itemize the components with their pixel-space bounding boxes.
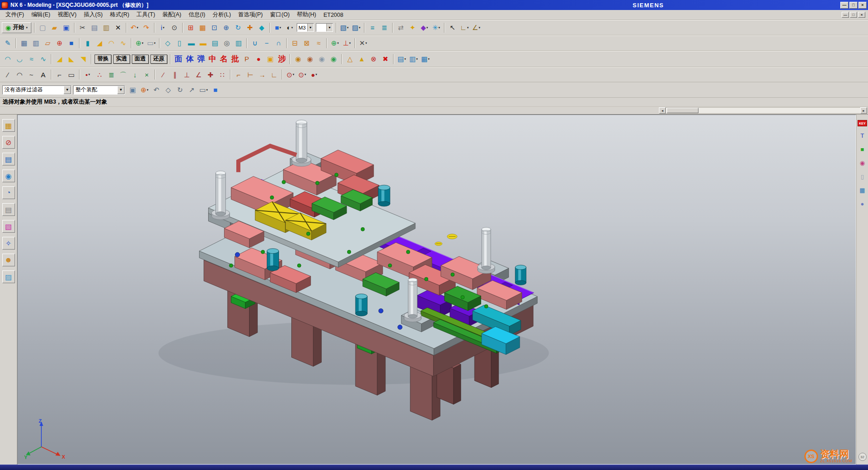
zoom-window-icon[interactable]: ⊡ bbox=[209, 22, 220, 34]
scroll-right-button[interactable]: ► bbox=[860, 107, 867, 114]
trim-body-icon[interactable]: ⊟ bbox=[289, 37, 301, 49]
restore-button[interactable]: 还原 bbox=[150, 55, 167, 64]
subtract-icon[interactable]: − bbox=[261, 37, 273, 49]
rotate-assembly-icon[interactable]: ↻ bbox=[174, 84, 186, 96]
render-style-icon[interactable]: ◐▾ bbox=[284, 22, 296, 34]
red-ball-icon[interactable]: ● bbox=[253, 53, 264, 65]
selection-scope-arrow[interactable]: ▼ bbox=[117, 86, 125, 94]
table-icon[interactable]: ▦ bbox=[858, 185, 867, 195]
menu-insert[interactable]: 插入(S) bbox=[80, 10, 106, 20]
scrollbar-track[interactable] bbox=[666, 107, 860, 114]
new-window-icon[interactable]: ▨▾ bbox=[350, 22, 362, 34]
spheres-icon[interactable]: ◉ bbox=[858, 158, 867, 167]
key-resource-icon[interactable]: KEY bbox=[858, 120, 867, 126]
view-section-icon[interactable]: ▦ bbox=[18, 37, 30, 49]
part-navigator-icon[interactable]: ▤ bbox=[2, 153, 15, 165]
gem-icon[interactable]: ◆▾ bbox=[419, 22, 430, 34]
corner-icon[interactable]: ∟ bbox=[268, 69, 280, 80]
analysis-sphere1-icon[interactable]: ◉ bbox=[292, 53, 304, 65]
deviation-gauge-icon[interactable]: △ bbox=[344, 53, 356, 65]
yellow-box-icon[interactable]: ▣ bbox=[264, 53, 276, 65]
touch-grid-icon[interactable]: ⊞ bbox=[185, 22, 197, 34]
sweep-icon[interactable]: ∿ bbox=[117, 37, 129, 49]
chevron-down-icon[interactable]: ▼ bbox=[307, 24, 314, 31]
view-count-badge[interactable]: 32 bbox=[858, 453, 867, 461]
drag-assembly-icon[interactable]: ↗ bbox=[186, 84, 198, 96]
menu-view[interactable]: 视图(V) bbox=[54, 10, 80, 20]
point-icon[interactable]: ■ bbox=[65, 37, 77, 49]
color-palette-icon[interactable]: ▧ bbox=[2, 220, 15, 233]
body-button[interactable]: 体 bbox=[184, 55, 195, 63]
mesh-surface-icon[interactable]: ≈ bbox=[25, 53, 37, 65]
menu-et2008[interactable]: ET2008 bbox=[320, 11, 347, 19]
pad-icon[interactable]: ▬ bbox=[185, 37, 197, 49]
circle-diameter-icon[interactable]: ⊙▾ bbox=[296, 69, 308, 80]
perpendicular-line-icon[interactable]: ⊥ bbox=[181, 69, 193, 80]
mdi-minimize-button[interactable]: — bbox=[842, 12, 849, 18]
browser-icon[interactable]: ◉ bbox=[2, 170, 15, 182]
shaded-view-icon[interactable]: ■▾ bbox=[272, 22, 284, 34]
point-pattern-icon[interactable]: ∷ bbox=[216, 69, 228, 80]
menu-edit[interactable]: 编辑(E) bbox=[28, 10, 54, 20]
tube-icon[interactable]: ▯ bbox=[858, 172, 867, 181]
text-icon[interactable]: A bbox=[37, 69, 49, 80]
layer-settings-icon[interactable]: ≣ bbox=[379, 22, 390, 34]
shaded-cube-icon[interactable]: ■ bbox=[210, 84, 221, 96]
p-copy-icon[interactable]: P bbox=[241, 53, 253, 65]
menu-tools[interactable]: 工具(T) bbox=[133, 10, 159, 20]
start-button[interactable]: ◉开始▾ bbox=[2, 22, 31, 33]
rectangle-icon[interactable]: ▭ bbox=[65, 69, 77, 80]
block-icon[interactable]: ◇ bbox=[162, 37, 174, 49]
section-sweep-icon[interactable]: ◣ bbox=[65, 53, 77, 65]
face-button[interactable]: 面 bbox=[173, 55, 184, 63]
conic-icon[interactable]: ~ bbox=[25, 69, 37, 80]
cut-icon[interactable]: ✂ bbox=[77, 22, 89, 34]
measure-angle-icon[interactable]: ∠▾ bbox=[470, 22, 482, 34]
rect-select-icon[interactable]: ▭▾ bbox=[198, 84, 210, 96]
face-transparent-button[interactable]: 面透 bbox=[132, 55, 149, 64]
profile-icon[interactable]: ⌐ bbox=[54, 69, 65, 80]
select-arrow-icon[interactable]: ↖ bbox=[447, 22, 459, 34]
palette-icon[interactable]: ▤ bbox=[2, 203, 15, 216]
point-on-curve-icon[interactable]: ●▾ bbox=[308, 69, 320, 80]
angle-line-icon[interactable]: ∠ bbox=[193, 69, 205, 80]
3d-die-assembly-model[interactable] bbox=[18, 115, 856, 464]
point-set-icon[interactable]: ∴ bbox=[94, 69, 105, 80]
intersect-icon[interactable]: ∩ bbox=[273, 37, 284, 49]
menu-preferences[interactable]: 首选项(P) bbox=[234, 10, 266, 20]
emboss-icon[interactable]: ▤ bbox=[209, 37, 221, 49]
selection-scope-combo[interactable]: 整个装配 ▼ bbox=[73, 85, 125, 95]
menu-analysis[interactable]: 分析(L) bbox=[209, 10, 234, 20]
open-file-icon[interactable]: ▰ bbox=[49, 22, 60, 34]
scroll-left-button[interactable]: ◄ bbox=[659, 107, 666, 114]
unite-icon[interactable]: ∪ bbox=[249, 37, 261, 49]
datum-csys-icon[interactable]: ⊕ bbox=[54, 37, 65, 49]
layout-icon[interactable]: ▥ bbox=[30, 37, 42, 49]
arc-icon[interactable]: ◠ bbox=[14, 69, 25, 80]
view-m3-box[interactable]: M3▼ bbox=[297, 23, 314, 32]
scene-icon[interactable]: ▨ bbox=[2, 270, 15, 283]
selection-filter-combo[interactable]: 没有选择过滤器 ▼ bbox=[2, 85, 71, 95]
menu-information[interactable]: 信息(I) bbox=[185, 10, 209, 20]
orient-cube-icon[interactable]: ◆ bbox=[256, 22, 268, 34]
undo-select-icon[interactable]: ↶ bbox=[150, 84, 162, 96]
pocket-icon[interactable]: ▬ bbox=[197, 37, 209, 49]
boss-icon[interactable]: ◢ bbox=[94, 37, 105, 49]
pan-view-icon[interactable]: ✚ bbox=[244, 22, 256, 34]
analysis-sphere2-icon[interactable]: ◉ bbox=[304, 53, 316, 65]
parallel-line-icon[interactable]: ∥ bbox=[169, 69, 181, 80]
graphics-window[interactable]: Z X Y XS 资料网 ZL.X51616.COM bbox=[17, 115, 856, 465]
split-window-icon[interactable]: ▧▾ bbox=[339, 22, 350, 34]
more-tools-icon[interactable]: ✕▾ bbox=[357, 37, 369, 49]
trim-curve-icon[interactable]: ⊢ bbox=[244, 69, 256, 80]
green-cube-icon[interactable]: ■ bbox=[858, 145, 867, 154]
scrollbar-thumb[interactable] bbox=[667, 108, 698, 113]
revolve-icon[interactable]: ◠ bbox=[105, 37, 117, 49]
minimize-button[interactable]: — bbox=[840, 2, 848, 9]
mdi-close-button[interactable]: × bbox=[858, 12, 865, 18]
replace-button[interactable]: 替换 bbox=[95, 55, 111, 64]
horizontal-scrollbar[interactable]: ◄ ► bbox=[659, 107, 867, 114]
roles-icon[interactable]: ☻ bbox=[2, 254, 15, 266]
close-button[interactable]: × bbox=[858, 2, 867, 9]
find-icon[interactable]: ⊙ bbox=[169, 22, 180, 34]
